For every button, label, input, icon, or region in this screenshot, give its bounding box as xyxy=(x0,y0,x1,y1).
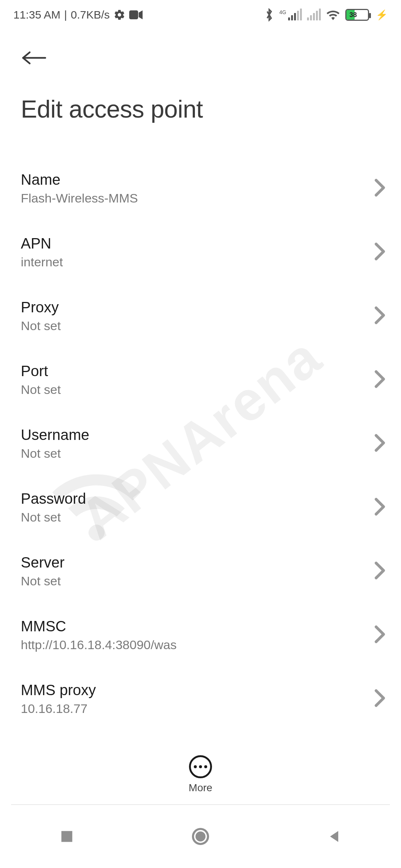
row-value: Not set xyxy=(21,446,374,461)
more-icon xyxy=(189,755,212,778)
chevron-right-icon xyxy=(374,434,386,454)
wifi-icon xyxy=(326,9,340,20)
row-value: Not set xyxy=(21,319,374,333)
nav-home-button[interactable] xyxy=(188,823,213,849)
more-label: More xyxy=(189,782,212,794)
chevron-right-icon xyxy=(374,242,386,262)
row-label: Port xyxy=(21,363,374,379)
signal-nosim-icon xyxy=(307,9,321,20)
system-nav-bar xyxy=(0,805,401,868)
page-title: Edit access point xyxy=(21,95,380,123)
chevron-right-icon xyxy=(374,561,386,581)
row-label: Proxy xyxy=(21,299,374,316)
row-username[interactable]: Username Not set xyxy=(0,412,401,476)
svg-rect-0 xyxy=(129,10,138,19)
row-value: Not set xyxy=(21,574,374,588)
nav-recents-button[interactable] xyxy=(54,823,80,849)
chevron-right-icon xyxy=(374,306,386,326)
row-mms-proxy[interactable]: MMS proxy 10.16.18.77 xyxy=(0,667,401,731)
battery-pct: 38 xyxy=(349,11,357,19)
row-label: Server xyxy=(21,554,374,571)
row-password[interactable]: Password Not set xyxy=(0,476,401,539)
row-label: APN xyxy=(21,235,374,252)
chevron-right-icon xyxy=(374,178,386,198)
row-value: internet xyxy=(21,255,374,269)
chevron-right-icon xyxy=(374,497,386,517)
row-value: 10.16.18.77 xyxy=(21,701,374,716)
row-label: MMSC xyxy=(21,618,374,635)
row-proxy[interactable]: Proxy Not set xyxy=(0,284,401,348)
status-left: 11:35 AM | 0.7KB/s xyxy=(13,9,143,21)
settings-list: Name Flash-Wireless-MMS APN internet Pro… xyxy=(0,157,401,731)
camera-icon xyxy=(129,10,143,20)
charging-icon: ⚡ xyxy=(376,9,388,21)
bluetooth-icon xyxy=(264,8,274,22)
svg-rect-1 xyxy=(61,831,72,842)
row-apn[interactable]: APN internet xyxy=(0,220,401,284)
row-value: Not set xyxy=(21,382,374,397)
row-value: http://10.16.18.4:38090/was xyxy=(21,638,374,652)
row-value: Flash-Wireless-MMS xyxy=(21,191,374,206)
row-label: MMS proxy xyxy=(21,682,374,698)
gear-icon xyxy=(114,9,125,21)
svg-point-3 xyxy=(196,832,206,842)
row-server[interactable]: Server Not set xyxy=(0,539,401,603)
more-button[interactable]: More xyxy=(0,749,401,794)
status-bar: 11:35 AM | 0.7KB/s 4G 38 ⚡ xyxy=(0,0,401,30)
row-label: Password xyxy=(21,490,374,507)
signal-4g-icon: 4G xyxy=(279,9,302,20)
row-label: Username xyxy=(21,427,374,443)
status-time: 11:35 AM xyxy=(13,9,61,21)
battery-icon: 38 xyxy=(345,9,369,21)
back-button[interactable] xyxy=(21,48,48,68)
status-right: 4G 38 ⚡ xyxy=(264,8,388,22)
row-name[interactable]: Name Flash-Wireless-MMS xyxy=(0,157,401,220)
row-mmsc[interactable]: MMSC http://10.16.18.4:38090/was xyxy=(0,603,401,667)
row-label: Name xyxy=(21,171,374,188)
chevron-right-icon xyxy=(374,370,386,390)
row-value: Not set xyxy=(21,510,374,525)
chevron-right-icon xyxy=(374,689,386,709)
status-sep: | xyxy=(64,9,67,21)
header: Edit access point xyxy=(0,30,401,123)
nav-back-button[interactable] xyxy=(321,823,347,849)
row-port[interactable]: Port Not set xyxy=(0,348,401,412)
status-data-rate: 0.7KB/s xyxy=(71,9,110,21)
chevron-right-icon xyxy=(374,625,386,645)
network-tag: 4G xyxy=(279,9,286,15)
